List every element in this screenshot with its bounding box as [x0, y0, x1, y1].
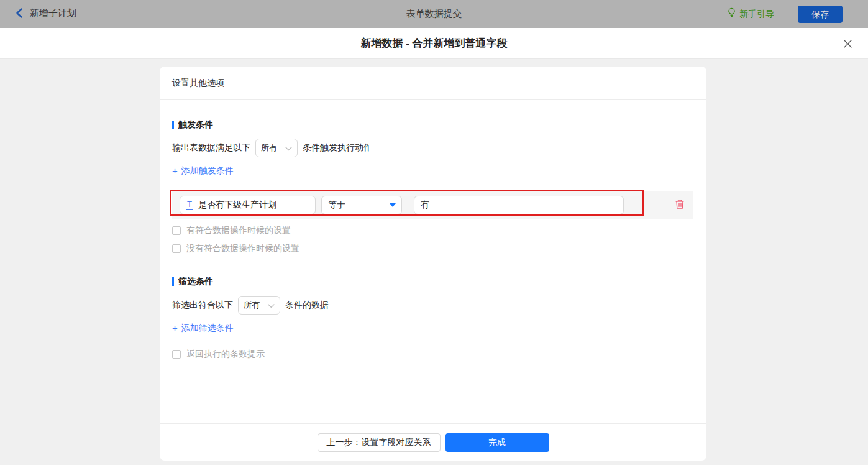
modal-title: 新增数据 - 合并新增到普通字段 — [360, 36, 507, 50]
add-trigger-condition-link[interactable]: + 添加触发条件 — [172, 165, 234, 177]
page: 新增子计划 表单数据提交 新手引导 保存 新增数据 - 合并新增到普通字段 — [0, 0, 868, 465]
single-line-text-icon: T — [186, 200, 193, 210]
toolbar-right: 新手引导 保存 — [727, 6, 868, 23]
filter-match-sentence: 筛选出符合以下 所有 条件的数据 — [172, 296, 694, 315]
filter-section-title: 筛选条件 — [172, 276, 694, 287]
chevron-down-icon — [285, 142, 292, 154]
options-card: 设置其他选项 触发条件 输出表数据满足以下 所有 条件触发执行动作 — [160, 67, 706, 461]
trigger-condition-row: T 是否有下级生产计划 等于 有 — [172, 191, 693, 219]
filter-mode-select[interactable]: 所有 — [238, 296, 280, 315]
condition-row-background: T 是否有下级生产计划 等于 有 — [172, 191, 693, 219]
plus-icon: + — [172, 167, 178, 175]
card-header: 设置其他选项 — [160, 67, 706, 100]
card-footer: 上一步：设置字段对应关系 完成 — [160, 423, 706, 461]
beginner-guide-button[interactable]: 新手引导 — [727, 7, 774, 21]
caret-down-icon — [383, 196, 401, 214]
lightbulb-icon — [727, 7, 736, 21]
filter-match-prefix: 筛选出符合以下 — [172, 300, 233, 311]
beginner-guide-label: 新手引导 — [739, 9, 774, 20]
filter-match-suffix: 条件的数据 — [285, 300, 329, 311]
save-button[interactable]: 保存 — [798, 6, 843, 23]
no-match-settings-checkbox-row[interactable]: 没有符合数据操作时候的设置 — [172, 243, 299, 254]
section-bar-icon — [172, 277, 174, 286]
previous-step-button[interactable]: 上一步：设置字段对应关系 — [318, 433, 441, 452]
trash-icon — [675, 199, 685, 212]
add-filter-condition-link[interactable]: + 添加筛选条件 — [172, 323, 234, 334]
condition-value-input[interactable]: 有 — [414, 196, 624, 214]
done-button[interactable]: 完成 — [445, 433, 549, 452]
trigger-match-prefix: 输出表数据满足以下 — [172, 142, 250, 154]
trigger-match-sentence: 输出表数据满足以下 所有 条件触发执行动作 — [172, 139, 694, 157]
checkbox[interactable] — [172, 244, 181, 253]
condition-field-select[interactable]: T 是否有下级生产计划 — [180, 196, 316, 214]
trigger-mode-select[interactable]: 所有 — [255, 139, 298, 157]
modal-body: 设置其他选项 触发条件 输出表数据满足以下 所有 条件触发执行动作 — [0, 59, 868, 465]
trigger-section-title: 触发条件 — [172, 119, 694, 131]
checkbox[interactable] — [172, 226, 181, 235]
delete-condition-button[interactable] — [675, 199, 685, 212]
trigger-match-suffix: 条件触发执行动作 — [303, 142, 372, 154]
card-body: 触发条件 输出表数据满足以下 所有 条件触发执行动作 + 添加触发条件 — [160, 100, 706, 423]
close-icon[interactable] — [843, 39, 852, 48]
section-bar-icon — [172, 121, 174, 129]
condition-operator-select[interactable]: 等于 — [321, 196, 402, 214]
modal-header: 新增数据 - 合并新增到普通字段 — [0, 28, 868, 59]
top-toolbar: 新增子计划 表单数据提交 新手引导 保存 — [0, 0, 868, 28]
return-count-checkbox-row[interactable]: 返回执行的条数提示 — [172, 349, 265, 360]
checkbox[interactable] — [172, 350, 181, 359]
has-match-settings-checkbox-row[interactable]: 有符合数据操作时候的设置 — [172, 225, 291, 236]
plus-icon: + — [172, 324, 178, 333]
chevron-down-icon — [268, 300, 275, 311]
